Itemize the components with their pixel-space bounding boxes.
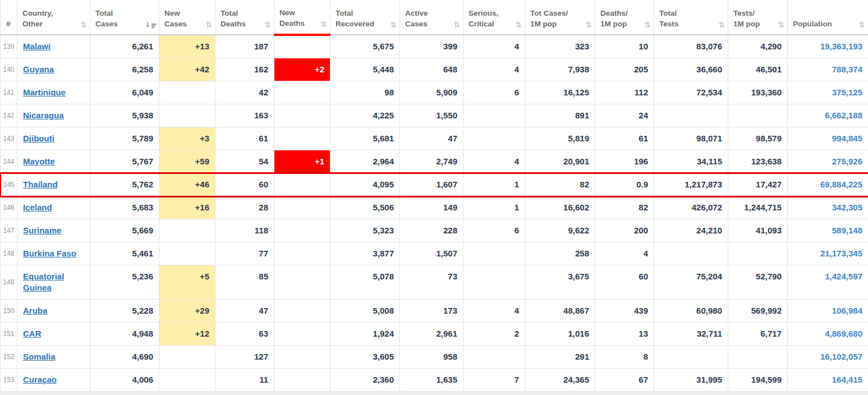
- country-link[interactable]: Curaçao: [23, 375, 57, 384]
- table-row-highlighted: 145Thailand5,762+46604,0951,6071820.91,2…: [1, 173, 868, 196]
- column-header-rank[interactable]: #: [1, 0, 17, 35]
- column-header-total_tests[interactable]: TotalTests⇅: [654, 0, 728, 35]
- cell-total_deaths: 85: [215, 265, 274, 300]
- column-header-label: Total: [221, 8, 263, 19]
- country-link[interactable]: Somalia: [23, 352, 56, 361]
- column-header-total_deaths[interactable]: TotalDeaths⇅: [215, 0, 274, 35]
- country-link[interactable]: Aruba: [23, 306, 47, 315]
- table-row: 152Somalia4,6901273,605958291816,102,057: [1, 346, 868, 369]
- cell-deaths_1m: 24: [595, 104, 654, 127]
- cell-total_cases: 5,767: [90, 150, 159, 173]
- cell-total_tests: [654, 104, 728, 127]
- country-link[interactable]: Martinique: [23, 88, 66, 97]
- column-header-tot_cases_1m[interactable]: Tot Cases/1M pop⇅: [525, 0, 595, 35]
- table-row: 149Equatorial Guinea5,236+5855,078733,67…: [1, 265, 868, 300]
- country-link[interactable]: Djibouti: [23, 134, 54, 143]
- cell-new_deaths: [274, 242, 330, 265]
- column-header-label: Deaths/: [600, 8, 642, 19]
- country-link[interactable]: Thailand: [23, 180, 58, 189]
- cell-deaths_1m: 0.9: [595, 173, 654, 196]
- cell-population: 589,148: [788, 219, 868, 242]
- cell-rank: 146: [1, 196, 17, 219]
- column-header-country[interactable]: Country,Other⇅: [17, 0, 90, 35]
- country-link[interactable]: Guyana: [23, 65, 54, 74]
- cell-tests_1m: 17,427: [728, 173, 788, 196]
- table-row: 144Mayotte5,767+5954+12,9642,749420,9011…: [1, 150, 868, 173]
- table-row: 146Iceland5,683+16285,506149116,60282426…: [1, 196, 868, 219]
- cell-new_deaths: [274, 265, 330, 300]
- cell-tests_1m: 52,790: [728, 265, 788, 300]
- country-link[interactable]: Equatorial Guinea: [23, 272, 64, 292]
- cell-tests_1m: 46,501: [728, 58, 788, 81]
- country-link[interactable]: Suriname: [23, 226, 61, 235]
- column-header-tests_1m[interactable]: Tests/1M pop⇅: [728, 0, 788, 35]
- cell-population: 6,662,188: [788, 104, 868, 127]
- cell-population: 375,125: [788, 81, 868, 104]
- table-row: 151CAR4,948+12631,9242,96121,0161332,711…: [1, 323, 868, 346]
- cell-population: 106,984: [788, 300, 868, 323]
- country-link[interactable]: Iceland: [23, 203, 52, 212]
- cell-new_cases: +46: [159, 173, 215, 196]
- column-header-label: Cases: [164, 19, 204, 29]
- column-header-new_cases[interactable]: NewCases⇅: [159, 0, 215, 35]
- cell-total_deaths: 60: [215, 173, 274, 196]
- cell-total_recovered: 5,448: [330, 58, 400, 81]
- sort-updown-icon: ⇅: [515, 21, 522, 29]
- cell-tests_1m: 123,638: [728, 150, 788, 173]
- column-header-population[interactable]: Population⇅: [788, 0, 868, 35]
- column-header-serious_critical[interactable]: Serious,Critical⇅: [463, 0, 525, 35]
- cell-deaths_1m: 13: [595, 323, 654, 346]
- cell-population: 19,363,193: [788, 35, 868, 58]
- cell-rank: 150: [1, 300, 17, 323]
- cell-deaths_1m: 4: [595, 242, 654, 265]
- cell-population: 16,102,057: [788, 346, 868, 369]
- column-header-active_cases[interactable]: ActiveCases⇅: [400, 0, 463, 35]
- cell-serious_critical: [463, 104, 525, 127]
- cell-tot_cases_1m: 16,125: [525, 81, 595, 104]
- column-header-label: Deaths: [279, 18, 319, 29]
- country-link[interactable]: Mayotte: [23, 157, 55, 166]
- sort-updown-icon: ⇅: [778, 21, 784, 29]
- cell-population: 994,845: [788, 127, 868, 150]
- table-row: 147Suriname5,6691185,32322869,62220024,2…: [1, 219, 868, 242]
- cell-total_deaths: 163: [215, 104, 274, 127]
- cell-total_recovered: 3,605: [330, 346, 400, 369]
- cell-total_recovered: 5,506: [330, 196, 400, 219]
- country-link[interactable]: CAR: [23, 329, 42, 338]
- cell-active_cases: 648: [400, 58, 463, 81]
- cell-country: Burkina Faso: [17, 242, 90, 265]
- table-row: 150Aruba5,228+29475,008173448,86743960,9…: [1, 300, 868, 323]
- cell-total_tests: 31,995: [654, 369, 728, 392]
- cell-new_cases: [159, 242, 215, 265]
- cell-rank: 152: [1, 346, 17, 369]
- cell-serious_critical: [463, 265, 525, 300]
- column-header-label: Total: [659, 8, 717, 19]
- cell-total_deaths: 127: [215, 346, 274, 369]
- table-row: 140Guyana6,258+42162+25,44864847,9382053…: [1, 58, 868, 81]
- country-link[interactable]: Burkina Faso: [23, 249, 76, 258]
- country-link[interactable]: Malawi: [23, 42, 50, 51]
- cell-rank: 144: [1, 150, 17, 173]
- cell-total_deaths: 42: [215, 81, 274, 104]
- cell-country: Equatorial Guinea: [17, 265, 90, 300]
- table-footer-strip: [0, 392, 868, 395]
- cell-total_cases: 5,669: [90, 219, 159, 242]
- cell-country: Malawi: [17, 35, 90, 58]
- cell-rank: 141: [1, 81, 17, 104]
- cell-country: Mayotte: [17, 150, 90, 173]
- column-header-total_cases[interactable]: TotalCases↓: [90, 0, 159, 35]
- cell-population: 788,374: [788, 58, 868, 81]
- cell-total_tests: 98,071: [654, 127, 728, 150]
- table-body: 139Malawi6,261+131875,67539943231083,076…: [1, 35, 868, 392]
- sort-updown-icon: ⇅: [320, 20, 327, 28]
- column-header-total_recovered[interactable]: TotalRecovered⇅: [330, 0, 400, 35]
- cell-new_cases: [159, 81, 215, 104]
- cell-total_deaths: 77: [215, 242, 274, 265]
- cell-country: Iceland: [17, 196, 90, 219]
- cell-new_cases: [159, 346, 215, 369]
- column-header-deaths_1m[interactable]: Deaths/1M pop⇅: [595, 0, 654, 35]
- cell-tests_1m: 6,717: [728, 323, 788, 346]
- countries-table: #Country,Other⇅TotalCases↓NewCases⇅Total…: [0, 0, 868, 392]
- country-link[interactable]: Nicaragua: [23, 111, 64, 120]
- column-header-new_deaths[interactable]: NewDeaths⇅: [274, 0, 330, 35]
